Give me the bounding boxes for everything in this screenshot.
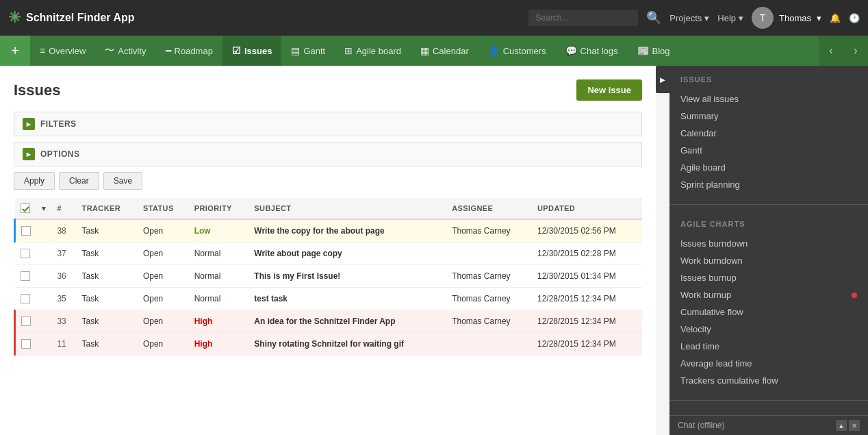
apply-button[interactable]: Apply [14, 172, 55, 190]
sidebar-link-gantt[interactable]: Gantt [680, 142, 857, 159]
row-assignee: Thomas Carney [446, 288, 532, 310]
sidebar-divider-1 [669, 204, 868, 205]
row-checkbox[interactable] [21, 339, 31, 349]
new-issue-button[interactable]: New issue [576, 79, 642, 101]
row-checkbox-cell [15, 288, 37, 310]
sidebar-link-sprint-planning[interactable]: Sprint planning [680, 176, 857, 193]
blog-icon: 📰 [637, 45, 649, 56]
subnav-item-calendar[interactable]: ▦ Calendar [411, 36, 478, 66]
chat-controls: ▲ ✕ [836, 420, 860, 431]
chat-label: Chat (offline) [678, 421, 724, 430]
subnav-item-customers[interactable]: 👤 Customers [478, 36, 556, 66]
header-tracker[interactable]: TRACKER [77, 198, 138, 219]
nav-next-button[interactable]: › [843, 36, 868, 66]
row-subject[interactable]: test task [248, 288, 446, 310]
filters-label: FILTERS [40, 119, 77, 129]
row-priority: Normal [189, 243, 249, 265]
row-subject[interactable]: Shiny rotating Schnitzel for waiting gif [248, 333, 446, 356]
search-icon[interactable]: 🔍 [646, 10, 661, 25]
sidebar-link-velocity[interactable]: Velocity [680, 321, 857, 338]
row-checkbox-cell [15, 310, 37, 333]
avatar: T [752, 7, 774, 29]
header-subject[interactable]: SUBJECT [248, 198, 446, 219]
header-updated[interactable]: UPDATED [532, 198, 642, 219]
subnav-item-gantt[interactable]: ▤ Gantt [281, 36, 335, 66]
sidebar-link-trackers-cumulative-flow[interactable]: Trackers cumulative flow [680, 372, 857, 389]
user-menu[interactable]: T Thomas ▾ [752, 7, 821, 29]
row-indicator-cell [36, 310, 51, 333]
subnav-item-issues[interactable]: ☑ Issues [222, 36, 281, 66]
help-chevron-icon: ▾ [739, 13, 743, 23]
row-subject[interactable]: This is my First Issue! [248, 265, 446, 288]
sidebar-link-work-burnup[interactable]: Work burnup [680, 286, 857, 303]
row-priority: High [189, 333, 249, 356]
projects-button[interactable]: Projects ▾ [669, 13, 709, 23]
row-checkbox[interactable] [21, 316, 31, 326]
customers-icon: 👤 [488, 45, 500, 56]
sidebar-link-average-lead-time[interactable]: Average lead time [680, 355, 857, 372]
sidebar-link-issues-burndown[interactable]: Issues burndown [680, 235, 857, 252]
header-id[interactable]: # [51, 198, 76, 219]
table-row: 38 Task Open Low Write the copy for the … [15, 219, 643, 243]
sidebar-issues-section: ISSUES View all issues Summary Calendar … [669, 66, 868, 199]
sidebar-link-work-burndown[interactable]: Work burndown [680, 252, 857, 269]
filters-panel[interactable]: ► FILTERS [14, 112, 642, 136]
sidebar-agile-charts-section: AGILE CHARTS Issues burndown Work burndo… [669, 210, 868, 395]
sidebar-toggle-icon: ► [659, 75, 667, 85]
projects-chevron-icon: ▾ [704, 13, 709, 23]
logo-icon: ✳ [8, 9, 21, 27]
header-status[interactable]: STATUS [138, 198, 189, 219]
subnav-item-overview[interactable]: ≡ Overview [30, 36, 95, 66]
row-checkbox[interactable] [21, 294, 30, 303]
search-input[interactable] [528, 10, 638, 26]
header-assignee[interactable]: ASSIGNEE [446, 198, 532, 219]
row-priority: Normal [189, 288, 249, 310]
row-checkbox[interactable] [21, 249, 30, 258]
sidebar-link-cumulative-flow[interactable]: Cumulative flow [680, 303, 857, 321]
nav-prev-button[interactable]: ‹ [819, 36, 843, 66]
row-checkbox[interactable] [21, 271, 30, 281]
add-button[interactable]: + [0, 36, 30, 66]
row-subject[interactable]: Write the copy for the about page [248, 219, 446, 243]
subnav-item-roadmap[interactable]: ━ Roadmap [156, 36, 222, 66]
action-buttons: Apply Clear Save [14, 172, 642, 190]
subnav-item-blog[interactable]: 📰 Blog [628, 36, 680, 66]
row-status: Open [138, 243, 189, 265]
help-button[interactable]: Help ▾ [717, 13, 743, 23]
issues-table: ▾ # TRACKER STATUS PRIORITY SUBJECT ASSI… [14, 198, 642, 356]
chat-minimize-button[interactable]: ▲ [836, 420, 847, 431]
sidebar-link-calendar[interactable]: Calendar [680, 125, 857, 142]
sidebar-link-summary[interactable]: Summary [680, 108, 857, 125]
options-panel[interactable]: ► OPTIONS [14, 142, 642, 166]
notifications-icon[interactable]: 🔔 [830, 13, 841, 23]
row-subject[interactable]: An idea for the Schnitzel Finder App [248, 310, 446, 333]
chat-close-button[interactable]: ✕ [849, 420, 860, 431]
header-priority[interactable]: PRIORITY [189, 198, 249, 219]
save-button[interactable]: Save [103, 172, 142, 190]
row-indicator-cell [36, 243, 51, 265]
page-title: Issues [14, 82, 61, 99]
subnav-item-agile-board[interactable]: ⊞ Agile board [335, 36, 411, 66]
select-all-checkbox[interactable] [21, 203, 30, 213]
subnav-item-chat-logs[interactable]: 💬 Chat logs [556, 36, 628, 66]
top-navigation: ✳ Schnitzel Finder App 🔍 Projects ▾ Help… [0, 0, 868, 36]
table-header-row: ▾ # TRACKER STATUS PRIORITY SUBJECT ASSI… [15, 198, 643, 219]
sidebar-toggle-button[interactable]: ► [656, 66, 669, 93]
row-subject[interactable]: Write about page copy [248, 243, 446, 265]
clock-icon[interactable]: 🕐 [849, 13, 860, 23]
app-logo[interactable]: ✳ Schnitzel Finder App [8, 9, 135, 27]
clear-button[interactable]: Clear [59, 172, 99, 190]
sidebar-link-issues-burnup[interactable]: Issues burnup [680, 269, 857, 286]
subnav-item-activity[interactable]: 〜 Activity [95, 36, 155, 66]
row-assignee: Thomas Carney [446, 265, 532, 288]
sidebar-link-view-all-issues[interactable]: View all issues [680, 90, 857, 108]
main-layout: Issues New issue ► FILTERS ► OPTIONS App… [0, 66, 868, 435]
sub-navigation: + ≡ Overview 〜 Activity ━ Roadmap ☑ Issu… [0, 36, 868, 66]
row-checkbox[interactable] [21, 226, 31, 236]
sidebar-link-lead-time[interactable]: Lead time [680, 338, 857, 355]
activity-icon: 〜 [105, 45, 114, 57]
sidebar-link-agile-board[interactable]: Agile board [680, 159, 857, 176]
row-updated: 12/30/2015 01:34 PM [532, 265, 642, 288]
row-status: Open [138, 219, 189, 243]
header-sort[interactable]: ▾ [36, 198, 51, 219]
